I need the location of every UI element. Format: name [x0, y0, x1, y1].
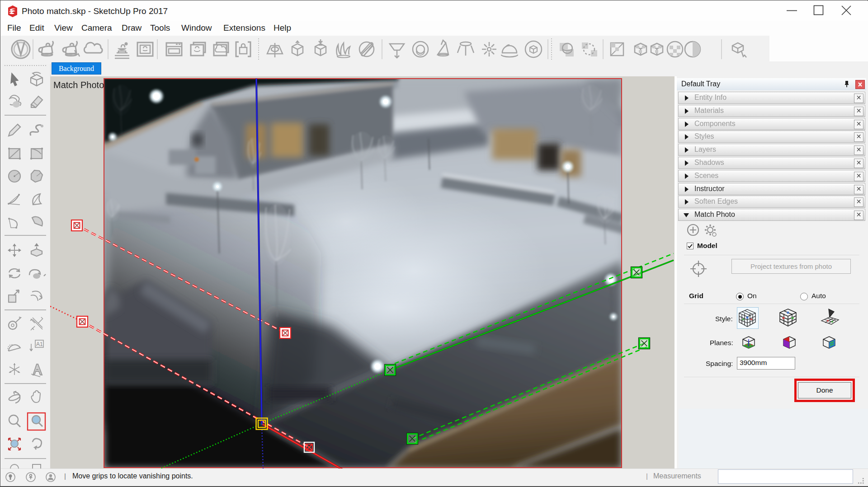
svg-text:Match Photo: Match Photo: [53, 80, 104, 90]
svg-text:A1: A1: [36, 341, 43, 347]
